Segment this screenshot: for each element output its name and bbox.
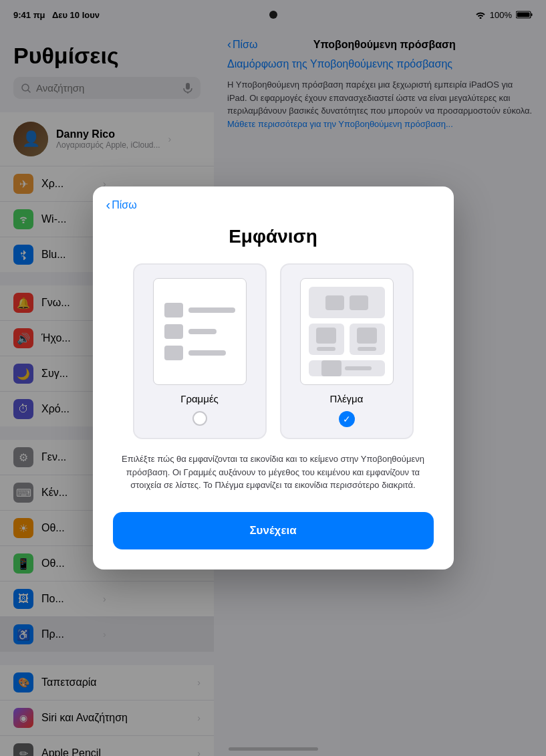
grid-checkmark[interactable]: ✓	[339, 411, 355, 427]
list-text	[188, 307, 235, 313]
grid-icon	[325, 295, 344, 310]
appearance-modal: ‹ Πίσω Εμφάνιση	[93, 186, 454, 570]
modal-description: Επιλέξτε πώς θα εμφανίζονται τα εικονίδι…	[93, 439, 454, 505]
grid-text	[358, 347, 376, 351]
grid-cell	[350, 324, 385, 355]
modal-overlay[interactable]: ‹ Πίσω Εμφάνιση	[0, 0, 546, 756]
list-icon	[164, 324, 183, 339]
grid-icon	[350, 295, 368, 310]
lines-radio[interactable]	[192, 411, 207, 426]
grid-text	[345, 366, 372, 370]
lines-preview	[153, 278, 247, 385]
option-lines[interactable]: Γραμμές	[133, 263, 267, 439]
grid-cell	[309, 324, 344, 355]
option-grid[interactable]: Πλέγμα ✓	[280, 263, 414, 439]
list-icon	[164, 303, 183, 318]
modal-options: Γραμμές	[93, 263, 454, 439]
modal-back-label: Πίσω	[112, 199, 136, 211]
modal-title: Εμφάνιση	[93, 213, 454, 263]
grid-preview	[300, 278, 394, 385]
list-text	[188, 329, 217, 334]
grid-icon	[321, 360, 342, 376]
option-lines-label: Γραμμές	[180, 393, 219, 404]
grid-cell-bottom	[309, 360, 385, 376]
modal-back-chevron-icon: ‹	[106, 197, 111, 213]
grid-icon	[357, 328, 377, 344]
list-icon	[164, 346, 183, 360]
list-text	[188, 350, 226, 356]
grid-text	[317, 347, 335, 351]
option-grid-label: Πλέγμα	[330, 393, 364, 404]
home-indicator	[229, 747, 318, 751]
list-row	[164, 303, 235, 318]
grid-cell-wide	[309, 287, 385, 318]
continue-button[interactable]: Συνέχεια	[113, 512, 434, 549]
modal-header: ‹ Πίσω	[93, 186, 454, 213]
grid-icon	[316, 328, 336, 344]
list-row	[164, 346, 235, 360]
modal-back-button[interactable]: ‹ Πίσω	[106, 197, 137, 213]
list-row	[164, 324, 235, 339]
